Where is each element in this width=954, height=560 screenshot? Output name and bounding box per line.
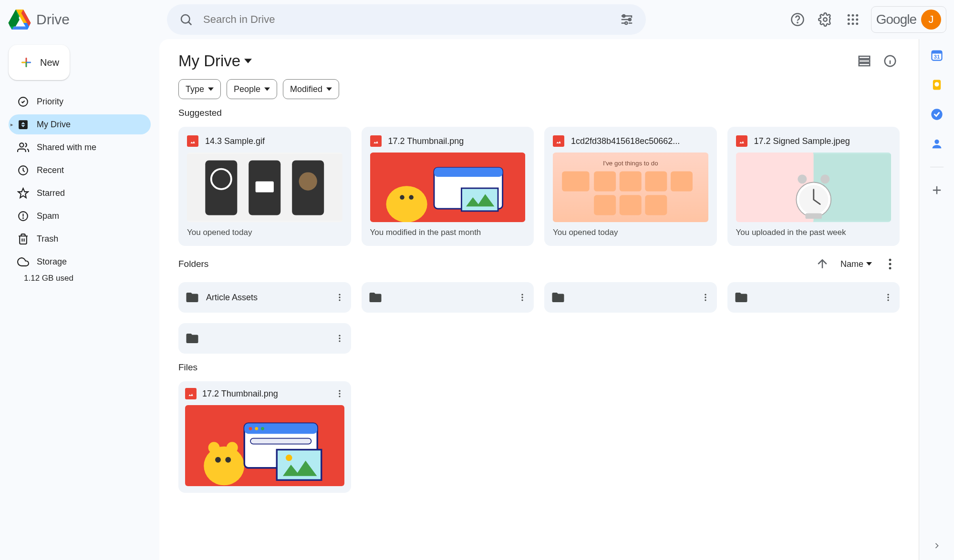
dropdown-caret-icon (208, 87, 214, 91)
search-icon[interactable] (176, 10, 196, 29)
avatar[interactable]: J (921, 10, 941, 30)
settings-icon[interactable] (816, 10, 835, 29)
keep-app-icon[interactable] (930, 78, 944, 92)
svg-point-81 (208, 442, 220, 453)
sidebar-item-shared[interactable]: Shared with me (9, 137, 151, 157)
svg-point-57 (889, 263, 892, 265)
add-app-icon[interactable] (930, 183, 944, 197)
filter-label: People (234, 84, 260, 94)
folders-label: Folders (178, 259, 208, 269)
more-icon[interactable] (335, 334, 344, 343)
svg-point-95 (934, 82, 939, 86)
sidebar-item-recent[interactable]: Recent (9, 160, 151, 180)
calendar-app-icon[interactable]: 31 (930, 49, 944, 62)
filter-row: Type People Modified (178, 79, 900, 99)
tasks-app-icon[interactable] (930, 108, 944, 121)
more-icon[interactable] (335, 293, 344, 302)
more-icon[interactable] (335, 389, 344, 398)
search-input[interactable] (203, 13, 610, 26)
svg-point-14 (851, 22, 854, 25)
sidebar-item-label: Priority (37, 97, 63, 107)
filter-modified[interactable]: Modified (283, 79, 339, 99)
search-options-icon[interactable] (617, 10, 636, 29)
svg-rect-21 (859, 56, 870, 59)
suggested-card[interactable]: 17.2 Signed Sample.jpeg You uploaded in … (727, 127, 900, 246)
drive-logo-icon (8, 10, 31, 30)
image-file-icon (187, 135, 198, 147)
suggested-card[interactable]: 17.2 Thumbnail.png You modified in the p… (362, 127, 534, 246)
folder-card[interactable] (544, 282, 717, 313)
file-card[interactable]: 17.2 Thumbnail.png (178, 381, 351, 493)
folder-card[interactable] (178, 323, 351, 354)
side-panel: 31 (919, 39, 954, 560)
file-name: 17.2 Thumbnail.png (388, 136, 526, 146)
expand-caret-icon[interactable]: ▸ (10, 122, 13, 128)
storage-used-label: 1.12 GB used (9, 274, 151, 283)
sidebar-item-trash[interactable]: Trash (9, 229, 151, 249)
svg-point-11 (851, 19, 854, 21)
svg-point-76 (339, 396, 340, 397)
account-box[interactable]: Google J (871, 6, 946, 33)
file-name: 1cd2fd38b415618ec50662... (571, 136, 708, 146)
sort-by-button[interactable]: Name (840, 259, 872, 269)
more-icon[interactable] (701, 293, 710, 302)
more-icon[interactable] (518, 293, 527, 302)
logo-area[interactable]: Drive (8, 10, 159, 30)
sort-label: Name (840, 259, 863, 269)
folder-icon (734, 290, 748, 305)
suggested-card[interactable]: 1cd2fd38b415618ec50662... I've got thing… (544, 127, 717, 246)
apps-icon[interactable] (843, 10, 862, 29)
more-options-icon[interactable] (881, 255, 900, 274)
folder-icon (185, 331, 199, 346)
thumbnail: I've got things to do (553, 153, 708, 222)
search-bar[interactable] (167, 4, 646, 35)
svg-point-67 (705, 299, 706, 301)
sort-direction-icon[interactable] (813, 255, 832, 274)
breadcrumb-title[interactable]: My Drive (178, 52, 252, 70)
svg-point-71 (339, 335, 340, 336)
filter-people[interactable]: People (227, 79, 277, 99)
filter-type[interactable]: Type (178, 79, 221, 99)
svg-point-68 (887, 294, 889, 295)
folder-card[interactable] (727, 282, 900, 313)
details-icon[interactable] (881, 51, 900, 71)
svg-point-12 (856, 19, 858, 21)
collapse-panel-icon[interactable] (932, 541, 942, 550)
svg-point-33 (386, 186, 427, 222)
svg-point-78 (204, 447, 244, 486)
sidebar-item-priority[interactable]: Priority (9, 92, 151, 112)
svg-point-72 (339, 337, 340, 339)
suggested-card[interactable]: 14.3 Sample.gif You opened today (178, 127, 351, 246)
folder-card[interactable]: Article Assets (178, 282, 351, 313)
svg-point-10 (847, 19, 850, 21)
header-actions: Google J (788, 6, 946, 33)
svg-point-53 (798, 174, 807, 183)
page-title: My Drive (178, 52, 240, 70)
dropdown-caret-icon (326, 87, 332, 91)
svg-point-73 (339, 340, 340, 342)
thumbnail (370, 153, 526, 222)
svg-point-15 (856, 22, 858, 25)
dropdown-caret-icon (244, 59, 252, 63)
sidebar-item-storage[interactable]: Storage (9, 252, 151, 272)
svg-point-75 (339, 393, 340, 394)
file-meta: You modified in the past month (370, 228, 526, 237)
svg-point-85 (249, 427, 252, 430)
help-icon[interactable] (788, 10, 807, 29)
app-name: Drive (36, 11, 70, 28)
svg-rect-47 (620, 195, 642, 215)
list-view-icon[interactable] (855, 51, 874, 71)
dropdown-caret-icon (264, 87, 270, 91)
sidebar-item-starred[interactable]: Starred (9, 183, 151, 203)
contacts-app-icon[interactable] (930, 137, 944, 151)
sidebar-item-label: My Drive (37, 120, 71, 130)
folder-card[interactable] (362, 282, 534, 313)
svg-point-7 (847, 14, 850, 17)
new-button[interactable]: New (9, 45, 70, 80)
more-icon[interactable] (883, 293, 893, 302)
sidebar-item-my-drive[interactable]: ▸ My Drive (9, 114, 151, 134)
svg-point-74 (339, 390, 340, 392)
sidebar-item-spam[interactable]: Spam (9, 206, 151, 226)
svg-point-1 (625, 22, 627, 24)
file-name: 14.3 Sample.gif (205, 136, 342, 146)
